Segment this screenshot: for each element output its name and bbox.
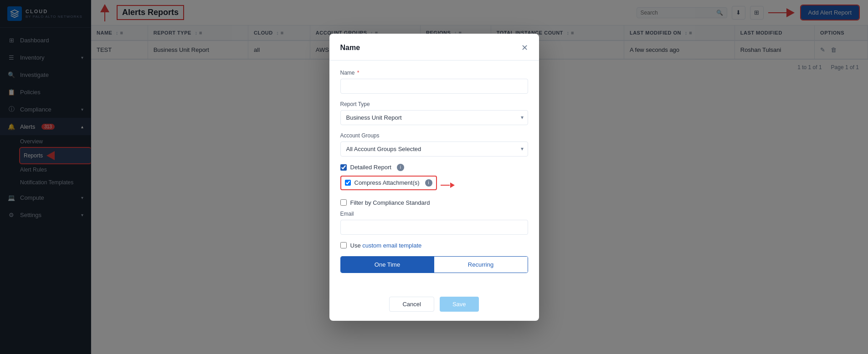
modal-footer: Cancel Save <box>329 289 539 321</box>
report-type-label: Report Type <box>340 101 528 107</box>
modal-overlay: Name ✕ Name * Report Type Business Unit … <box>0 0 868 354</box>
detailed-report-row: Detailed Report i <box>340 164 528 171</box>
compress-tooltip-arrow-container <box>441 183 455 187</box>
custom-email-checkbox[interactable] <box>340 242 347 248</box>
account-groups-label: Account Groups <box>340 132 528 139</box>
name-input[interactable] <box>340 79 528 94</box>
form-group-name: Name * <box>340 70 528 94</box>
detailed-report-checkbox[interactable] <box>340 164 347 171</box>
filter-compliance-label: Filter by Compliance Standard <box>350 199 430 206</box>
tab-recurring[interactable]: Recurring <box>434 257 528 273</box>
report-type-select[interactable]: Business Unit Report Detailed Report Sum… <box>340 110 528 125</box>
cancel-button[interactable]: Cancel <box>389 297 434 312</box>
filter-compliance-row: Filter by Compliance Standard <box>340 199 528 206</box>
form-group-account-groups: Account Groups All Account Groups Select… <box>340 132 528 157</box>
detailed-report-info-icon[interactable]: i <box>397 164 404 171</box>
email-input[interactable] <box>340 220 528 235</box>
modal-close-button[interactable]: ✕ <box>521 43 528 53</box>
compress-label: Compress Attachment(s) <box>354 179 420 186</box>
compress-attachment-row: Compress Attachment(s) i Enabling this f… <box>340 176 528 195</box>
report-type-select-wrapper: Business Unit Report Detailed Report Sum… <box>340 110 528 125</box>
form-group-email: Email <box>340 211 528 235</box>
tab-one-time[interactable]: One Time <box>341 257 434 273</box>
account-groups-select-wrapper: All Account Groups Selected ▾ <box>340 142 528 157</box>
detailed-report-label: Detailed Report <box>350 164 391 171</box>
modal-body: Name * Report Type Business Unit Report … <box>329 61 539 289</box>
compress-arrow-right-icon <box>450 182 455 188</box>
add-alert-report-modal: Name ✕ Name * Report Type Business Unit … <box>329 34 539 321</box>
schedule-tab-group: One Time Recurring <box>340 256 528 273</box>
account-groups-select[interactable]: All Account Groups Selected <box>340 142 528 157</box>
custom-email-label: Use custom email template <box>350 242 422 249</box>
email-label: Email <box>340 211 528 217</box>
compress-checkbox[interactable] <box>345 180 351 186</box>
compress-info-icon[interactable]: i <box>425 179 432 187</box>
required-indicator: * <box>357 70 360 76</box>
form-group-report-type: Report Type Business Unit Report Detaile… <box>340 101 528 125</box>
custom-email-template-link[interactable]: custom email template <box>362 242 421 249</box>
save-button[interactable]: Save <box>440 297 479 312</box>
name-label: Name * <box>340 70 528 76</box>
modal-title: Name <box>340 44 360 52</box>
custom-email-row: Use custom email template <box>340 242 528 249</box>
modal-header: Name ✕ <box>329 34 539 61</box>
filter-compliance-checkbox[interactable] <box>340 199 347 206</box>
compress-row-box: Compress Attachment(s) i <box>340 176 437 190</box>
